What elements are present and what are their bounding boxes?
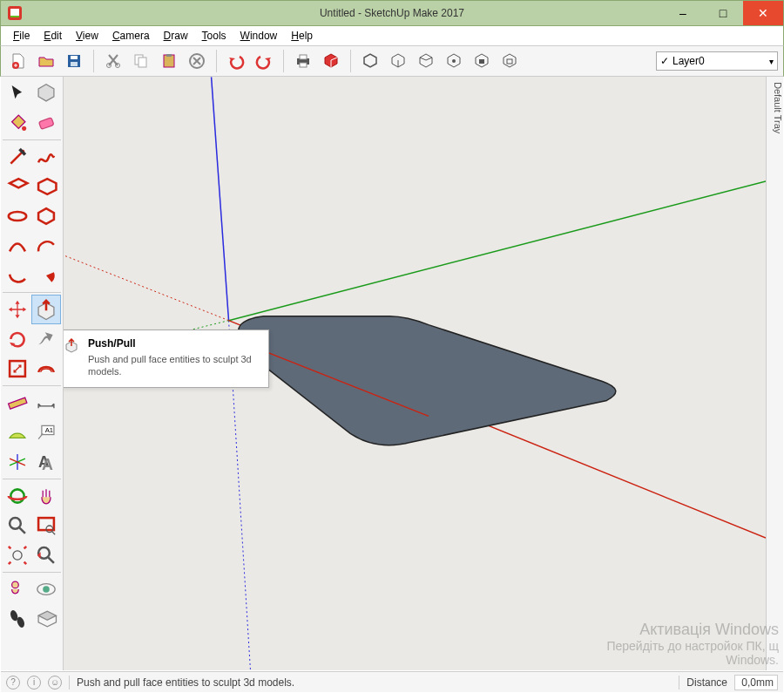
paste-button[interactable]	[157, 49, 181, 73]
model-face[interactable]	[238, 316, 615, 445]
model-viewport[interactable]: Push/Pull Push and pull face entities to…	[64, 77, 766, 670]
menu-bar: FileEditViewCameraDrawToolsWindowHelp	[0, 26, 784, 45]
menu-draw[interactable]: Draw	[157, 28, 195, 44]
zoom-window-tool-button[interactable]	[32, 511, 62, 540]
menu-file[interactable]: File	[6, 28, 37, 44]
zoom-extents-tool-button[interactable]	[3, 540, 32, 570]
app-logo-icon	[6, 4, 24, 22]
3d-text-tool-button[interactable]: AA	[32, 447, 62, 477]
scale-tool-button[interactable]	[3, 354, 32, 384]
svg-rect-10	[139, 58, 146, 67]
two-point-arc-tool-button[interactable]	[32, 231, 62, 261]
svg-rect-12	[166, 54, 172, 57]
distance-value-input[interactable]: 0,0mm	[734, 675, 778, 690]
svg-point-35	[11, 581, 18, 588]
svg-rect-5	[71, 56, 78, 59]
help-icon[interactable]: ?	[6, 676, 20, 690]
minimize-button[interactable]: –	[663, 1, 703, 25]
axes-tool-button[interactable]	[3, 447, 32, 477]
look-around-tool-button[interactable]	[32, 574, 62, 604]
previous-view-tool-button[interactable]	[32, 540, 62, 570]
model-info-button[interactable]	[319, 49, 343, 73]
component-edit-button[interactable]	[442, 49, 466, 73]
section-plane-tool-button[interactable]	[32, 604, 62, 634]
toolset-separator	[3, 385, 61, 386]
select-tool-tool-button[interactable]	[3, 78, 32, 108]
menu-window[interactable]: Window	[233, 28, 285, 44]
menu-tools[interactable]: Tools	[195, 28, 233, 44]
standard-toolbar: ✓Layer0▾	[0, 45, 784, 77]
distance-label: Distance	[686, 676, 727, 689]
circle-tool-button[interactable]	[3, 201, 32, 231]
arc-tool-button[interactable]	[3, 231, 32, 261]
freehand-tool-button[interactable]	[32, 142, 62, 172]
polygon-tool-button[interactable]	[32, 201, 62, 231]
new-file-button[interactable]	[6, 49, 30, 73]
protractor-tool-button[interactable]	[3, 418, 32, 447]
rotated-rect-tool-button[interactable]	[32, 172, 62, 201]
pan-tool-button[interactable]	[32, 481, 62, 511]
eraser-tool-button[interactable]	[32, 108, 62, 138]
rectangle-tool-button[interactable]	[3, 172, 32, 201]
tool-tooltip: Push/Pull Push and pull face entities to…	[64, 330, 269, 388]
cut-button[interactable]	[101, 49, 125, 73]
component-lock-button[interactable]	[470, 49, 494, 73]
rotate-tool-button[interactable]	[3, 324, 32, 354]
undo-button[interactable]	[224, 49, 248, 73]
menu-view[interactable]: View	[69, 28, 105, 44]
delete-button[interactable]	[185, 49, 209, 73]
redo-button[interactable]	[252, 49, 276, 73]
svg-rect-2	[10, 16, 19, 17]
user-icon[interactable]: ☺	[48, 676, 62, 690]
walk-tool-button[interactable]	[3, 604, 32, 634]
orbit-tool-button[interactable]	[3, 481, 32, 511]
check-icon: ✓	[660, 55, 669, 67]
text-label-tool-button[interactable]: A1	[32, 418, 62, 447]
default-tray-tab[interactable]: Default Tray	[766, 77, 783, 670]
component-button[interactable]	[358, 49, 382, 73]
maximize-button[interactable]: □	[703, 1, 743, 25]
svg-point-30	[10, 518, 21, 529]
close-button[interactable]: ✕	[743, 1, 783, 25]
menu-edit[interactable]: Edit	[37, 28, 69, 44]
svg-rect-19	[507, 59, 512, 64]
svg-point-37	[43, 586, 50, 593]
paint-bucket-tool-button[interactable]	[3, 108, 32, 138]
save-button[interactable]	[62, 49, 86, 73]
line-tool-tool-button[interactable]	[3, 142, 32, 172]
svg-rect-16	[300, 63, 307, 67]
svg-rect-11	[164, 55, 174, 67]
open-file-button[interactable]	[34, 49, 58, 73]
large-toolset: A1AA	[1, 77, 64, 670]
component-hide-button[interactable]	[386, 49, 410, 73]
toolset-separator	[3, 139, 61, 140]
toolset-separator	[3, 572, 61, 573]
axis-blue	[212, 77, 229, 320]
zoom-tool-button[interactable]	[3, 511, 32, 540]
print-button[interactable]	[291, 49, 315, 73]
three-point-arc-tool-button[interactable]	[3, 261, 32, 290]
dimension-tool-button[interactable]	[32, 388, 62, 418]
svg-point-17	[452, 59, 456, 63]
info-icon[interactable]: i	[27, 676, 41, 690]
tape-measure-tool-button[interactable]	[3, 388, 32, 418]
copy-button[interactable]	[129, 49, 153, 73]
layer-selected: Layer0	[672, 55, 705, 67]
svg-rect-15	[300, 55, 307, 59]
statusbar-sep	[679, 676, 679, 690]
push-pull-tool-button[interactable]	[31, 295, 61, 324]
move-tool-tool-button[interactable]	[3, 295, 31, 324]
svg-point-20	[22, 126, 26, 131]
toolbar-separator	[283, 50, 284, 72]
menu-help[interactable]: Help	[284, 28, 320, 44]
layer-selector[interactable]: ✓Layer0▾	[656, 51, 778, 71]
make-component-tool-button[interactable]	[32, 78, 62, 108]
follow-me-tool-button[interactable]	[32, 324, 62, 354]
menu-camera[interactable]: Camera	[105, 28, 157, 44]
offset-tool-button[interactable]	[32, 354, 62, 384]
position-camera-tool-button[interactable]	[3, 574, 32, 604]
pie-tool-button[interactable]	[32, 261, 62, 290]
component-unhide-button[interactable]	[414, 49, 438, 73]
svg-rect-18	[479, 59, 484, 64]
component-unlock-button[interactable]	[497, 49, 522, 73]
